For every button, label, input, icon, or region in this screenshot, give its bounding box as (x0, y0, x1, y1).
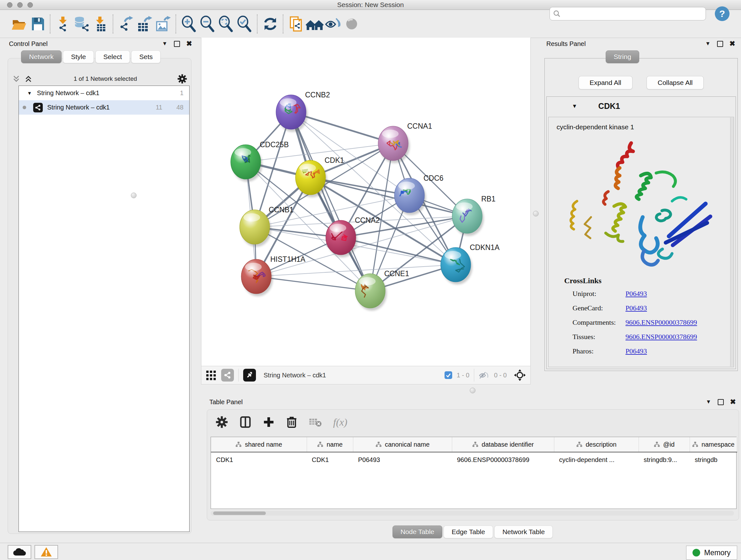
control-panel-float-icon[interactable] (174, 41, 180, 47)
network-options-gear-icon[interactable] (178, 74, 187, 84)
search-field[interactable] (549, 7, 706, 20)
table-panel-float-icon[interactable] (718, 399, 724, 405)
show-hidden-button[interactable] (342, 15, 361, 33)
add-column-icon[interactable] (263, 416, 274, 428)
tab-edge-table[interactable]: Edge Table (444, 525, 493, 538)
search-input[interactable] (563, 10, 702, 18)
collection-expander-icon[interactable]: ▼ (27, 90, 32, 96)
network-row[interactable]: String Network – cdk1 11 48 (19, 100, 189, 115)
scrollbar-thumb[interactable] (213, 511, 266, 515)
center-view-icon[interactable] (514, 369, 526, 381)
open-session-button[interactable] (10, 15, 28, 33)
apply-layout-button[interactable] (261, 15, 280, 33)
expand-all-icon[interactable] (23, 75, 33, 83)
crosslink-row: Uniprot: P06493 (564, 290, 730, 298)
tab-select[interactable]: Select (95, 51, 130, 63)
zoom-fit-button[interactable] (217, 15, 235, 33)
control-panel-close-icon[interactable]: ✖ (186, 40, 192, 48)
table-panel-close-icon[interactable]: ✖ (730, 398, 736, 406)
crosslink-link[interactable]: 9606.ENSP00000378699 (625, 318, 697, 327)
help-button[interactable]: ? (715, 6, 730, 21)
save-session-button[interactable] (28, 15, 47, 33)
tab-style[interactable]: Style (63, 51, 94, 63)
zoom-selected-button[interactable] (235, 15, 254, 33)
crosslink-link[interactable]: P06493 (625, 290, 647, 298)
results-panel-float-icon[interactable] (717, 41, 723, 47)
export-table-button[interactable] (135, 15, 154, 33)
hidden-eye-icon[interactable] (479, 370, 489, 380)
warnings-button[interactable] (35, 545, 58, 559)
table-cell[interactable]: stringdb:9... (638, 452, 690, 467)
results-scrollbar[interactable] (730, 118, 734, 367)
hide-selected-button[interactable] (324, 15, 342, 33)
crosslink-link[interactable]: P06493 (625, 347, 647, 355)
collection-count: 1 (180, 89, 184, 97)
network-view-share-icon[interactable] (221, 369, 234, 381)
column-header[interactable]: name (307, 437, 353, 452)
show-columns-icon[interactable] (239, 416, 252, 428)
column-header[interactable]: shared name (211, 437, 307, 452)
splitter-handle[interactable] (533, 211, 539, 216)
table-cell[interactable]: P06493 (353, 452, 452, 467)
table-cell[interactable]: 9606.ENSP00000378699 (452, 452, 554, 467)
table-panel-menu-icon[interactable]: ▼ (706, 399, 711, 405)
tab-sets[interactable]: Sets (131, 51, 160, 63)
results-panel-close-icon[interactable]: ✖ (730, 40, 735, 48)
import-table-button[interactable] (91, 15, 110, 33)
edge-CCNE1-HIST1H1A[interactable] (256, 276, 370, 291)
tab-node-table[interactable]: Node Table (393, 525, 442, 538)
table-options-gear-icon[interactable] (216, 416, 228, 428)
splitter-handle[interactable] (470, 388, 475, 393)
warning-icon (40, 547, 52, 557)
selected-checkbox-icon[interactable] (445, 371, 452, 379)
delete-column-icon[interactable] (286, 416, 297, 428)
expand-all-button[interactable]: Expand All (579, 76, 632, 89)
edge-CCNA2-CDKN1A[interactable] (341, 238, 456, 265)
table-cell[interactable]: cyclin-dependent ... (554, 452, 638, 467)
table-cell[interactable]: CDK1 (211, 452, 307, 467)
column-header[interactable]: namespace (690, 437, 737, 452)
edge-CCNB2-CCNE1[interactable] (291, 112, 370, 291)
crosslink-link[interactable]: 9606.ENSP00000378699 (625, 333, 697, 341)
section-expander-icon[interactable]: ▼ (572, 103, 577, 110)
tab-string[interactable]: String (606, 51, 639, 63)
export-arrow-icon (145, 16, 152, 22)
collapse-all-button[interactable]: Collapse All (647, 76, 704, 89)
splitter-handle[interactable] (131, 192, 137, 198)
table-cell[interactable]: stringdb (690, 452, 737, 467)
zoom-in-button[interactable] (180, 15, 198, 33)
table-row[interactable]: CDK1 CDK1 P06493 9606.ENSP00000378699 cy… (211, 452, 737, 467)
show-all-views-button[interactable] (306, 15, 324, 33)
birds-eye-view-icon[interactable] (243, 369, 256, 381)
column-header[interactable]: canonical name (353, 437, 452, 452)
column-header[interactable]: database identifier (452, 437, 554, 452)
function-builder-icon[interactable]: f(x) (333, 416, 347, 428)
export-image-button[interactable] (154, 15, 172, 33)
zoom-out-button[interactable] (198, 15, 217, 33)
import-network-file-button[interactable] (54, 15, 72, 33)
network-label: String Network – cdk1 (47, 104, 156, 111)
delete-table-icon[interactable] (309, 417, 322, 427)
import-network-database-button[interactable] (72, 15, 91, 33)
tab-network[interactable]: Network (21, 51, 62, 63)
control-panel-menu-icon[interactable]: ▼ (162, 41, 167, 47)
grid-view-icon[interactable] (206, 370, 217, 381)
network-collection-row[interactable]: ▼ String Network – cdk1 1 (19, 86, 189, 100)
table-horizontal-scrollbar[interactable] (211, 511, 734, 516)
export-network-button[interactable] (117, 15, 135, 33)
results-panel-menu-icon[interactable]: ▼ (705, 41, 711, 47)
node-label-CCNA2: CCNA2 (355, 216, 380, 225)
table-cell[interactable]: CDK1 (307, 452, 353, 467)
network-canvas[interactable]: CCNB2CCNA1CDC25BCDK1CDC6RB1CCNB1CCNA2CDK… (201, 38, 531, 366)
column-header[interactable]: @id (638, 437, 690, 452)
node-description: cyclin-dependent kinase 1 (556, 123, 634, 131)
tree-icon (472, 441, 478, 448)
crosslink-link[interactable]: P06493 (625, 304, 647, 312)
tab-network-table[interactable]: Network Table (494, 525, 553, 538)
column-header[interactable]: description (554, 437, 638, 452)
network-share-icon (59, 24, 66, 31)
first-neighbors-button[interactable] (287, 15, 306, 33)
cloud-status-button[interactable] (8, 545, 31, 559)
memory-button[interactable]: Memory (686, 546, 737, 560)
collapse-all-icon[interactable] (11, 75, 21, 83)
